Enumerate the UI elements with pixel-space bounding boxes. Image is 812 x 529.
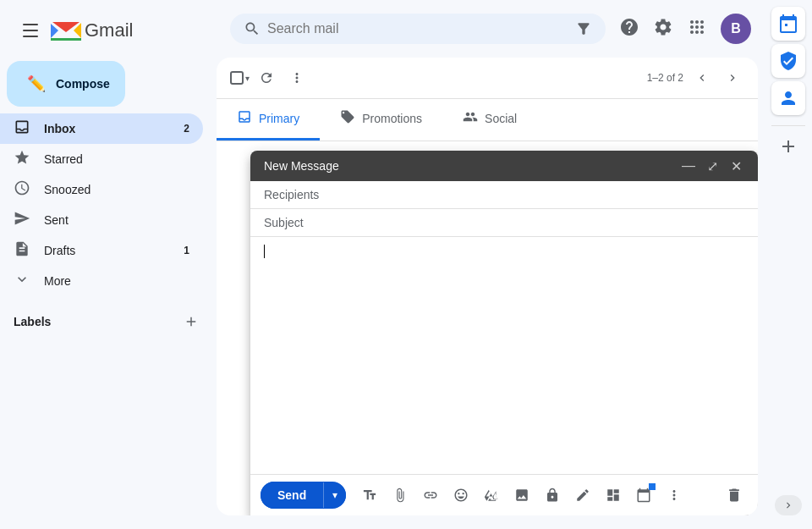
maximize-button[interactable]: ⤢ <box>704 157 721 174</box>
apps-button[interactable] <box>687 17 707 41</box>
sidebar-item-starred[interactable]: Starred <box>0 144 203 174</box>
subject-placeholder: Subject <box>264 216 744 229</box>
more-label: More <box>44 274 189 288</box>
toolbar-left: ▾ <box>230 64 310 91</box>
more-options-button[interactable] <box>283 64 310 91</box>
sidebar-nav: Inbox 2 Starred Snoozed Sent <box>0 113 217 296</box>
sent-icon <box>14 210 30 231</box>
recipients-field[interactable]: Recipients <box>250 181 758 209</box>
attach-button[interactable] <box>387 482 414 509</box>
send-dropdown-button[interactable]: ▾ <box>323 482 346 508</box>
more-compose-options-button[interactable] <box>661 482 688 509</box>
compose-window: New Message — ⤢ ✕ Recipients Subject Sen… <box>250 151 758 515</box>
primary-tab-icon <box>237 109 252 128</box>
collapse-panel-button[interactable] <box>775 495 802 515</box>
minimize-button[interactable]: — <box>680 157 697 174</box>
sidebar-item-inbox[interactable]: Inbox 2 <box>0 113 203 144</box>
hamburger-line <box>23 24 38 25</box>
labels-section: Labels <box>0 296 217 340</box>
labels-title: Labels <box>14 315 51 328</box>
drafts-label: Drafts <box>44 244 170 257</box>
snoozed-icon <box>14 179 30 201</box>
social-tab-icon <box>463 109 478 128</box>
search-input[interactable] <box>267 21 568 36</box>
pagination: 1–2 of 2 <box>647 66 744 90</box>
sidebar-header: Gmail <box>0 7 217 54</box>
compose-title: New Message <box>264 159 680 173</box>
calendar-app-icon[interactable] <box>771 7 805 41</box>
social-tab-label: Social <box>485 112 517 125</box>
sidebar-item-sent[interactable]: Sent <box>0 205 203 235</box>
gmail-logo-text: Gmail <box>85 19 133 41</box>
hamburger-line <box>23 36 38 37</box>
compose-body[interactable] <box>250 237 758 474</box>
photo-button[interactable] <box>508 482 535 509</box>
delete-compose-button[interactable] <box>721 482 748 509</box>
drafts-badge: 1 <box>184 245 189 256</box>
pagination-text: 1–2 of 2 <box>647 72 683 84</box>
add-label-button[interactable] <box>179 310 203 333</box>
compose-icon: ✏️ <box>27 74 46 93</box>
checkbox[interactable] <box>230 71 244 85</box>
sidebar-item-snoozed[interactable]: Snoozed <box>0 174 203 205</box>
gmail-logo: Gmail <box>51 19 133 42</box>
more-icon <box>14 271 30 292</box>
search-icon <box>244 20 261 37</box>
right-panel <box>765 0 812 529</box>
sidebar-item-more[interactable]: More <box>0 266 203 296</box>
select-all-checkbox[interactable]: ▾ <box>230 71 250 85</box>
send-button-group: Send ▾ <box>261 482 346 509</box>
lock-button[interactable] <box>539 482 566 509</box>
schedule-badge <box>649 483 656 490</box>
sidebar-item-drafts[interactable]: Drafts 1 <box>0 235 203 266</box>
promotions-tab-label: Promotions <box>362 112 422 125</box>
search-bar[interactable] <box>230 14 606 44</box>
sidebar: Gmail ✏️ Compose Inbox 2 Starred S <box>0 0 217 529</box>
format-text-button[interactable] <box>356 482 383 509</box>
tab-social[interactable]: Social <box>442 99 537 141</box>
tab-primary[interactable]: Primary <box>217 99 320 141</box>
recipients-placeholder: Recipients <box>264 188 744 201</box>
subject-field[interactable]: Subject <box>250 209 758 237</box>
send-button[interactable]: Send <box>261 482 323 509</box>
prev-page-button[interactable] <box>690 66 714 90</box>
hamburger-menu-button[interactable] <box>14 14 47 47</box>
add-app-button[interactable] <box>771 129 805 163</box>
support-button[interactable] <box>619 17 639 41</box>
drafts-icon <box>14 240 30 262</box>
category-tabs: Primary Promotions Social <box>217 99 758 141</box>
compose-footer: Send ▾ <box>250 474 758 515</box>
refresh-button[interactable] <box>253 64 280 91</box>
text-cursor <box>264 245 265 258</box>
gmail-m-icon <box>51 19 81 42</box>
contacts-app-icon[interactable] <box>771 81 805 115</box>
compose-button[interactable]: ✏️ Compose <box>7 61 125 107</box>
link-button[interactable] <box>417 482 444 509</box>
schedule-button[interactable] <box>630 482 657 509</box>
layout-button[interactable] <box>600 482 627 509</box>
tab-promotions[interactable]: Promotions <box>320 99 442 141</box>
divider <box>771 125 805 126</box>
inbox-icon <box>14 118 30 140</box>
compose-header[interactable]: New Message — ⤢ ✕ <box>250 151 758 181</box>
filter-icon[interactable] <box>575 20 592 37</box>
user-avatar[interactable]: B <box>721 14 751 44</box>
hamburger-line <box>23 30 38 31</box>
checkbox-dropdown-arrow[interactable]: ▾ <box>245 74 250 83</box>
emoji-button[interactable] <box>447 482 475 509</box>
starred-label: Starred <box>44 152 189 166</box>
main-content: ▾ 1–2 of 2 <box>217 58 758 515</box>
starred-icon <box>14 149 30 170</box>
tasks-app-icon[interactable] <box>771 44 805 78</box>
inbox-badge: 2 <box>184 123 189 135</box>
close-compose-button[interactable]: ✕ <box>727 157 744 174</box>
inbox-label: Inbox <box>44 122 170 135</box>
settings-button[interactable] <box>653 17 673 41</box>
inbox-toolbar: ▾ 1–2 of 2 <box>217 58 758 99</box>
drive-button[interactable] <box>478 482 505 509</box>
svg-rect-0 <box>51 38 81 41</box>
next-page-button[interactable] <box>721 66 744 90</box>
primary-tab-label: Primary <box>259 112 299 125</box>
signature-button[interactable] <box>569 482 596 509</box>
compose-controls: — ⤢ ✕ <box>680 157 744 174</box>
